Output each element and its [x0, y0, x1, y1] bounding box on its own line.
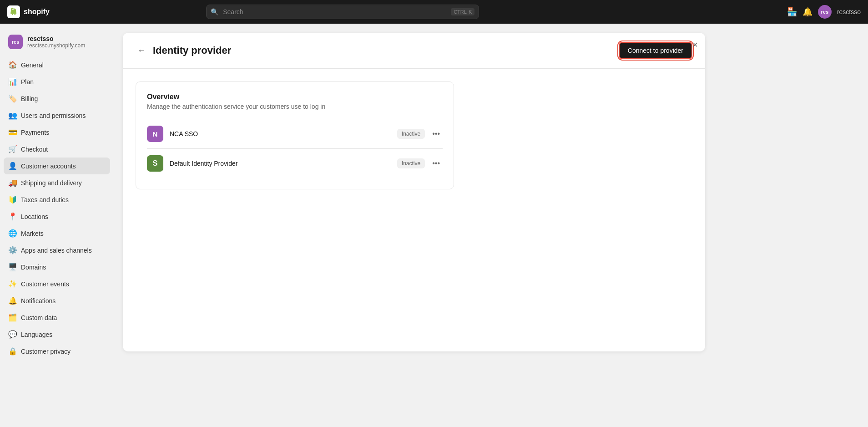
nav-label-plan: Plan — [21, 78, 34, 86]
search-shortcut: CTRL K — [451, 8, 474, 15]
nav-label-checkout: Checkout — [21, 146, 48, 153]
nav-label-domains: Domains — [21, 264, 46, 271]
main-layout: res resctsso resctsso.myshopify.com 🏠 Ge… — [0, 24, 868, 427]
nav-icon-taxes: 🔰 — [8, 195, 16, 204]
sidebar-item-general[interactable]: 🏠 General — [4, 56, 110, 73]
settings-panel: × ← Identity provider Connect to provide… — [123, 33, 705, 351]
nav-icon-customer-privacy: 🔒 — [8, 347, 16, 356]
nav-icon-markets: 🌐 — [8, 229, 16, 238]
sidebar-item-customer-events[interactable]: ✨ Customer events — [4, 275, 110, 292]
providers-list: N NCA SSO Inactive ••• S Default Identit… — [147, 119, 443, 178]
shopify-logo[interactable]: shopify — [7, 5, 50, 18]
sidebar-item-custom-data[interactable]: 🗂️ Custom data — [4, 309, 110, 326]
provider-icon-shopify: S — [147, 155, 163, 172]
sidebar: res resctsso resctsso.myshopify.com 🏠 Ge… — [0, 24, 114, 427]
sidebar-item-customer-privacy[interactable]: 🔒 Customer privacy — [4, 343, 110, 360]
nav-label-users: Users and permissions — [21, 112, 86, 119]
panel-header: ← Identity provider Connect to provider — [123, 33, 705, 69]
nav-icon-checkout: 🛒 — [8, 145, 16, 153]
sidebar-item-shipping[interactable]: 🚚 Shipping and delivery — [4, 174, 110, 191]
nav-icon-customer-accounts: 👤 — [8, 162, 16, 170]
nav-label-apps: Apps and sales channels — [21, 247, 92, 254]
panel-body: Overview Manage the authentication servi… — [123, 69, 705, 202]
sidebar-item-taxes[interactable]: 🔰 Taxes and duties — [4, 191, 110, 208]
nav-label-taxes: Taxes and duties — [21, 196, 69, 203]
store-name: resctsso — [27, 35, 85, 42]
nav-icon-customer-events: ✨ — [8, 280, 16, 288]
provider-name-default-idp: Default Identity Provider — [170, 160, 397, 167]
store-avatar: res — [8, 35, 23, 49]
logo-text: shopify — [24, 8, 50, 16]
sidebar-item-checkout[interactable]: 🛒 Checkout — [4, 141, 110, 158]
sidebar-item-users[interactable]: 👥 Users and permissions — [4, 107, 110, 124]
store-profile[interactable]: res resctsso resctsso.myshopify.com — [4, 31, 110, 53]
nav-icon-plan: 📊 — [8, 77, 16, 86]
nav-icon-payments: 💳 — [8, 128, 16, 137]
sidebar-item-locations[interactable]: 📍 Locations — [4, 208, 110, 225]
back-button[interactable]: ← — [136, 44, 147, 57]
nav-label-payments: Payments — [21, 129, 49, 136]
connect-to-provider-button[interactable]: Connect to provider — [619, 42, 692, 59]
nav-label-shipping: Shipping and delivery — [21, 179, 82, 187]
nav-icon-apps: ⚙️ — [8, 246, 16, 254]
sidebar-item-languages[interactable]: 💬 Languages — [4, 326, 110, 343]
nav-icon-domains: 🖥️ — [8, 263, 16, 271]
nav-label-customer-privacy: Customer privacy — [21, 348, 71, 355]
close-button[interactable]: × — [692, 40, 698, 49]
nav-label-billing: Billing — [21, 95, 38, 102]
nav-icon-users: 👥 — [8, 111, 16, 120]
nav-label-notifications: Notifications — [21, 297, 56, 305]
nav-icon-billing: 🏷️ — [8, 94, 16, 103]
panel-title-group: ← Identity provider — [136, 44, 231, 57]
nav-label-customer-accounts: Customer accounts — [21, 163, 76, 170]
sidebar-item-notifications[interactable]: 🔔 Notifications — [4, 292, 110, 309]
nav-items-list: 🏠 General 📊 Plan 🏷️ Billing 👥 Users and … — [4, 56, 110, 360]
nav-icon-shipping: 🚚 — [8, 178, 16, 187]
store-url: resctsso.myshopify.com — [27, 42, 85, 49]
sidebar-item-domains[interactable]: 🖥️ Domains — [4, 259, 110, 275]
nav-label-locations: Locations — [21, 213, 48, 220]
svg-text:S: S — [153, 159, 158, 167]
nav-icon-notifications: 🔔 — [8, 296, 16, 305]
nav-icon-custom-data: 🗂️ — [8, 313, 16, 322]
more-options-button-nca-sso[interactable]: ••• — [429, 128, 443, 140]
sidebar-item-customer-accounts[interactable]: 👤 Customer accounts — [4, 158, 110, 174]
sidebar-item-markets[interactable]: 🌐 Markets — [4, 225, 110, 242]
top-navigation: shopify 🔍 CTRL K 🏪 🔔 res resctsso — [0, 0, 868, 24]
search-bar: 🔍 CTRL K — [206, 5, 479, 19]
nav-icon-general: 🏠 — [8, 61, 16, 69]
provider-row-default-idp: S Default Identity Provider Inactive ••• — [147, 148, 443, 178]
nav-label-languages: Languages — [21, 331, 52, 338]
overview-title: Overview — [147, 93, 443, 101]
more-options-button-default-idp[interactable]: ••• — [429, 158, 443, 169]
provider-row-nca-sso: N NCA SSO Inactive ••• — [147, 119, 443, 148]
panel-title: Identity provider — [153, 45, 231, 56]
user-avatar[interactable]: res — [818, 5, 832, 19]
nav-icon-languages: 💬 — [8, 330, 16, 339]
notifications-icon[interactable]: 🔔 — [802, 7, 812, 17]
nav-label-custom-data: Custom data — [21, 314, 57, 321]
status-badge-default-idp: Inactive — [397, 158, 425, 168]
provider-name-nca-sso: NCA SSO — [170, 130, 397, 137]
nav-icon-locations: 📍 — [8, 212, 16, 221]
store-info: resctsso resctsso.myshopify.com — [27, 35, 85, 49]
sidebar-item-billing[interactable]: 🏷️ Billing — [4, 90, 110, 107]
overview-description: Manage the authentication service your c… — [147, 103, 443, 110]
content-area: × ← Identity provider Connect to provide… — [114, 24, 868, 427]
status-badge-nca-sso: Inactive — [397, 129, 425, 139]
search-icon: 🔍 — [211, 8, 218, 15]
search-input[interactable] — [206, 5, 479, 19]
sidebar-item-plan[interactable]: 📊 Plan — [4, 73, 110, 90]
provider-icon-nca: N — [147, 126, 163, 142]
username-label: resctsso — [837, 8, 861, 15]
nav-label-markets: Markets — [21, 230, 44, 237]
nav-label-general: General — [21, 61, 44, 69]
sidebar-item-payments[interactable]: 💳 Payments — [4, 124, 110, 141]
store-icon[interactable]: 🏪 — [787, 7, 797, 17]
sidebar-item-apps[interactable]: ⚙️ Apps and sales channels — [4, 242, 110, 259]
nav-label-customer-events: Customer events — [21, 280, 69, 288]
overview-card: Overview Manage the authentication servi… — [136, 81, 454, 189]
topnav-right: 🏪 🔔 res resctsso — [787, 5, 861, 19]
